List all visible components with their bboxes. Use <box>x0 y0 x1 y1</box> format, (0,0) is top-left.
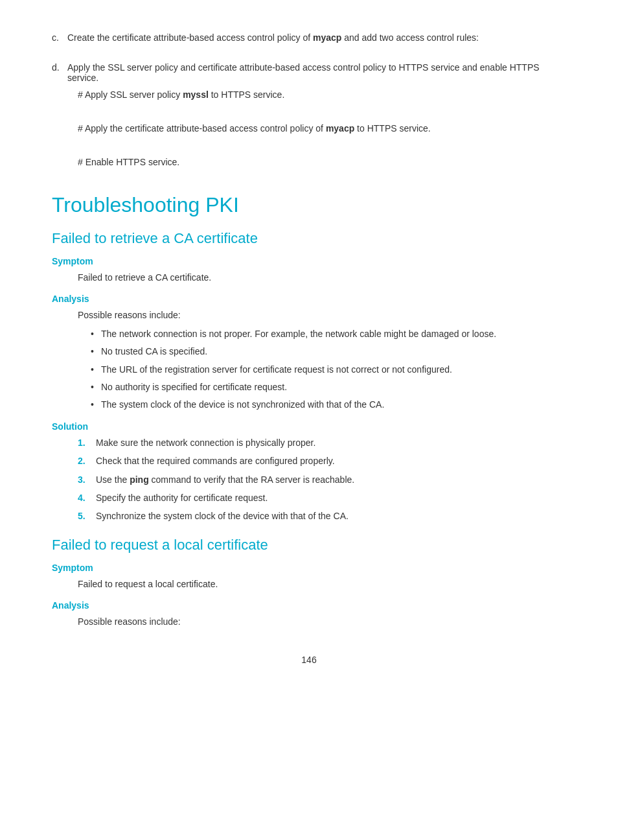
page-container: c. Create the certificate attribute-base… <box>0 0 618 704</box>
step-d-item: d. Apply the SSL server policy and certi… <box>52 62 566 83</box>
bullet-2: No trusted CA is specified. <box>91 344 566 358</box>
sol-num-1: 1. <box>78 436 89 450</box>
step-d-sub3: # Enable HTTPS service. <box>78 157 566 167</box>
analysis-bullets-1: The network connection is not proper. Fo… <box>91 327 566 412</box>
sol-text-3: Use the ping command to verify that the … <box>96 472 354 487</box>
analysis-label-2: Analysis <box>52 600 566 611</box>
step-d-subitems: # Apply SSL server policy myssl to HTTPS… <box>78 89 566 167</box>
bullet-5: The system clock of the device is not sy… <box>91 397 566 412</box>
step-c-item: c. Create the certificate attribute-base… <box>52 32 566 43</box>
symptom-text-2: Failed to request a local certificate. <box>78 577 566 591</box>
step-d-sub2: # Apply the certificate attribute-based … <box>78 123 566 134</box>
step-c-label: c. <box>52 32 62 43</box>
symptom-text-1: Failed to retrieve a CA certificate. <box>78 270 566 285</box>
solution-item-4: 4. Specify the authority for certificate… <box>78 491 566 505</box>
step-d-section: d. Apply the SSL server policy and certi… <box>52 62 566 167</box>
bullet-3: The URL of the registration server for c… <box>91 362 566 377</box>
solution-list-1: 1. Make sure the network connection is p… <box>78 436 566 524</box>
solution-label-1: Solution <box>52 421 566 432</box>
sol-num-3: 3. <box>78 472 89 487</box>
sol-text-2: Check that the required commands are con… <box>96 454 335 468</box>
symptom-label-1: Symptom <box>52 256 566 266</box>
page-number: 146 <box>52 655 566 665</box>
solution-item-5: 5. Synchronize the system clock of the d… <box>78 509 566 523</box>
symptom-label-2: Symptom <box>52 563 566 573</box>
analysis-intro-2: Possible reasons include: <box>78 614 566 629</box>
section-ca-cert-title: Failed to retrieve a CA certificate <box>52 230 566 247</box>
analysis-intro-1: Possible reasons include: <box>78 308 566 322</box>
step-c-text: Create the certificate attribute-based a… <box>67 32 479 43</box>
solution-item-2: 2. Check that the required commands are … <box>78 454 566 468</box>
sol-text-1: Make sure the network connection is phys… <box>96 436 315 450</box>
ping-bold: ping <box>130 474 149 485</box>
step-c-section: c. Create the certificate attribute-base… <box>52 32 566 43</box>
myssl-bold: myssl <box>183 89 209 100</box>
main-title: Troubleshooting PKI <box>52 193 566 217</box>
sol-text-5: Synchronize the system clock of the devi… <box>96 509 349 523</box>
solution-item-3: 3. Use the ping command to verify that t… <box>78 472 566 487</box>
myacp-bold: myacp <box>326 123 354 134</box>
solution-item-1: 1. Make sure the network connection is p… <box>78 436 566 450</box>
analysis-label-1: Analysis <box>52 294 566 304</box>
sol-num-4: 4. <box>78 491 89 505</box>
step-d-label: d. <box>52 62 62 83</box>
bullet-4: No authority is specified for certificat… <box>91 380 566 394</box>
bullet-1: The network connection is not proper. Fo… <box>91 327 566 341</box>
step-d-text: Apply the SSL server policy and certific… <box>67 62 566 83</box>
section-local-cert-title: Failed to request a local certificate <box>52 537 566 554</box>
step-d-sub1: # Apply SSL server policy myssl to HTTPS… <box>78 89 566 100</box>
step-c-bold: myacp <box>313 32 341 43</box>
sol-num-5: 5. <box>78 509 89 523</box>
sol-num-2: 2. <box>78 454 89 468</box>
sol-text-4: Specify the authority for certificate re… <box>96 491 268 505</box>
